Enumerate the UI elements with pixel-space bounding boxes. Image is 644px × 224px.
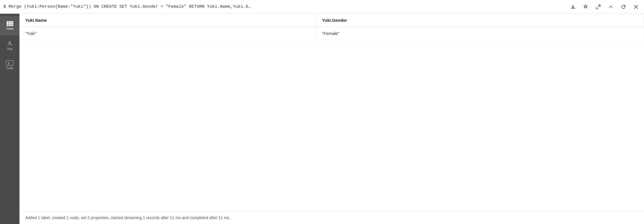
column-header-name: Yuki.Name bbox=[19, 14, 316, 27]
table-header-row: Yuki.Name Yuki.Gender bbox=[19, 14, 644, 27]
refresh-button[interactable] bbox=[618, 1, 629, 13]
close-button[interactable] bbox=[630, 1, 642, 13]
download-button[interactable] bbox=[567, 1, 579, 13]
sidebar: Table A Text ❯_ Code bbox=[0, 14, 19, 224]
table-view[interactable]: Yuki.Name Yuki.Gender "Yuki""Female" bbox=[19, 14, 644, 211]
column-header-gender: Yuki.Gender bbox=[316, 14, 644, 27]
status-bar: Added 1 label, created 1 node, set 2 pro… bbox=[19, 211, 644, 224]
main-area: Table A Text ❯_ Code Yuki.Name Yuki.Gend… bbox=[0, 14, 644, 224]
data-table: Yuki.Name Yuki.Gender "Yuki""Female" bbox=[19, 14, 644, 40]
table-cell: "Female" bbox=[316, 27, 644, 40]
sidebar-label-text: Text bbox=[7, 47, 13, 51]
table-icon bbox=[7, 21, 13, 26]
sidebar-item-table[interactable]: Table bbox=[0, 16, 19, 35]
table-row: "Yuki""Female" bbox=[19, 27, 644, 40]
pin-button[interactable] bbox=[580, 1, 591, 13]
query-text: $ Merge (Yuki:Person{Name:"Yuki"}) ON CR… bbox=[3, 4, 565, 9]
table-cell: "Yuki" bbox=[19, 27, 316, 40]
scroll-up-button[interactable] bbox=[605, 1, 617, 13]
sidebar-label-code: Code bbox=[6, 67, 13, 70]
sidebar-item-code[interactable]: ❯_ Code bbox=[0, 55, 19, 74]
top-bar: $ Merge (Yuki:Person{Name:"Yuki"}) ON CR… bbox=[0, 0, 644, 14]
sidebar-label-table: Table bbox=[6, 27, 13, 30]
code-icon: ❯_ bbox=[6, 60, 13, 66]
status-message: Added 1 label, created 1 node, set 2 pro… bbox=[25, 215, 231, 220]
content-area: Yuki.Name Yuki.Gender "Yuki""Female" Add… bbox=[19, 14, 644, 224]
sidebar-item-text[interactable]: A Text bbox=[0, 35, 19, 55]
expand-button[interactable] bbox=[592, 1, 604, 13]
top-bar-actions bbox=[565, 1, 644, 13]
text-icon: A bbox=[7, 40, 12, 46]
